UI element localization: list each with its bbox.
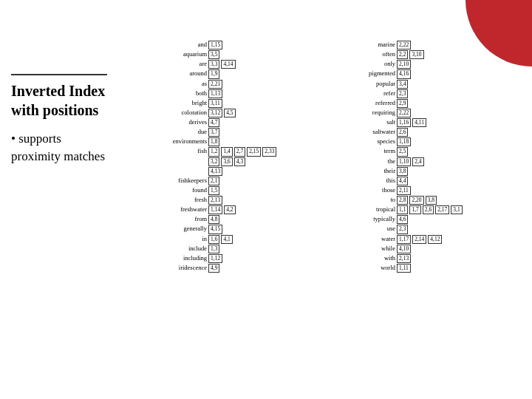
position-box: 1,9 <box>208 69 219 78</box>
index-positions: 2,9 <box>397 99 408 108</box>
index-word: freshwater <box>155 205 207 214</box>
index-word: are <box>155 60 207 68</box>
position-box: 2,22 <box>397 109 411 117</box>
position-box: 4,8 <box>208 215 219 224</box>
position-box: 4,12 <box>428 235 442 244</box>
index-word: often <box>344 50 395 58</box>
index-positions: 2,3 <box>397 225 408 233</box>
index-positions: 1,172,144,12 <box>397 235 442 244</box>
position-box: 4,11 <box>412 118 426 127</box>
index-word: found <box>155 186 207 194</box>
position-box: 2,13 <box>397 254 411 263</box>
index-row: with2,13 <box>344 254 525 263</box>
position-box: 1,2 <box>208 147 219 156</box>
index-positions: 2,5 <box>397 147 408 156</box>
index-positions: 4,9 <box>208 264 219 273</box>
position-box: 3,10 <box>409 50 423 59</box>
index-word: due <box>155 128 207 136</box>
index-word: marine <box>344 41 395 49</box>
index-word: use <box>344 225 395 233</box>
position-box: 2,8 <box>397 196 408 205</box>
index-positions: 3,4 <box>397 80 408 89</box>
position-box: 2,1 <box>208 177 219 185</box>
index-word: including <box>155 254 207 262</box>
position-box: 4,6 <box>397 215 408 224</box>
position-box: 2,22 <box>397 41 411 50</box>
position-box: 2,14 <box>412 235 426 244</box>
index-row: species1,18 <box>344 137 525 146</box>
position-box: 1,15 <box>208 41 222 50</box>
index-positions: 4,16 <box>397 69 411 78</box>
position-box: 1,4 <box>221 147 232 156</box>
index-row: often2,23,10 <box>344 50 525 59</box>
index-positions: 2,23,10 <box>397 50 424 59</box>
index-row: from4,8 <box>155 215 336 224</box>
index-row: salt1,164,11 <box>344 118 525 127</box>
index-positions: 2,82,203,8 <box>397 196 437 205</box>
position-box: 3,11 <box>208 99 222 108</box>
index-row: aquarium3,5 <box>155 50 336 59</box>
position-box: 2,4 <box>412 157 423 166</box>
index-word: the <box>344 157 395 166</box>
index-positions: 1,13 <box>208 89 222 98</box>
index-positions: 3,34,14 <box>208 60 236 69</box>
position-box: 2,21 <box>208 80 222 89</box>
position-box: 4,7 <box>208 118 219 127</box>
position-box: 4,13 <box>208 167 222 176</box>
index-word: aquarium <box>155 50 207 58</box>
index-positions: 4,7 <box>208 118 219 127</box>
index-word: coloration <box>155 109 207 117</box>
index-row: while4,10 <box>344 245 525 253</box>
index-word: around <box>155 69 207 78</box>
index-positions: 3,124,5 <box>208 109 236 117</box>
index-row: fishkeepers2,1 <box>155 177 336 185</box>
position-box: 2,15 <box>247 147 261 156</box>
index-row: 3,23,64,3 <box>155 157 336 166</box>
index-row: and1,15 <box>155 41 336 50</box>
position-box: 3,5 <box>208 50 219 59</box>
index-positions: 4,15 <box>208 225 222 233</box>
index-word: species <box>344 137 395 146</box>
index-row: marine2,22 <box>344 41 525 50</box>
position-box: 2,10 <box>397 60 411 69</box>
position-box: 1,8 <box>208 137 219 146</box>
index-row: include1,3 <box>155 245 336 253</box>
left-panel: Inverted Indexwith positions • supportsp… <box>11 74 166 166</box>
position-box: 4,3 <box>234 157 245 166</box>
index-row: world1,11 <box>344 264 525 273</box>
index-row: 4,13 <box>155 167 336 176</box>
index-row: term2,5 <box>344 147 525 156</box>
position-box: 2,7 <box>234 147 245 156</box>
index-word: with <box>344 254 395 262</box>
position-box: 2,3 <box>397 225 408 233</box>
position-box: 2,9 <box>397 99 408 108</box>
index-word: iridescence <box>155 264 207 272</box>
index-word: generally <box>155 225 207 233</box>
index-word: bright <box>155 99 207 107</box>
title-underline <box>11 74 107 75</box>
index-row: their3,8 <box>344 167 525 176</box>
position-box: 1,17 <box>397 235 411 244</box>
index-word: pigmented <box>344 69 395 78</box>
index-word: refer <box>344 89 395 98</box>
index-row: derives4,7 <box>155 118 336 127</box>
index-row: fresh2,13 <box>155 196 336 205</box>
index-positions: 4,4 <box>397 177 408 185</box>
index-positions: 1,21,42,72,152,33 <box>208 147 276 156</box>
position-box: 4,15 <box>208 225 222 233</box>
index-word: include <box>155 245 207 253</box>
position-box: 1,1 <box>397 205 408 214</box>
position-box: 4,5 <box>224 109 235 117</box>
position-box: 3,4 <box>397 80 408 89</box>
index-positions: 1,9 <box>208 69 219 78</box>
index-word: world <box>344 264 395 272</box>
index-word: from <box>155 215 207 223</box>
position-box: 2,3 <box>397 89 408 98</box>
position-box: 1,7 <box>409 205 420 214</box>
index-word: those <box>344 186 395 194</box>
position-box: 3,12 <box>208 109 222 117</box>
index-row: as2,21 <box>155 80 336 89</box>
index-positions: 3,7 <box>208 128 219 137</box>
position-box: 3,8 <box>426 196 437 205</box>
index-word: their <box>344 167 395 175</box>
